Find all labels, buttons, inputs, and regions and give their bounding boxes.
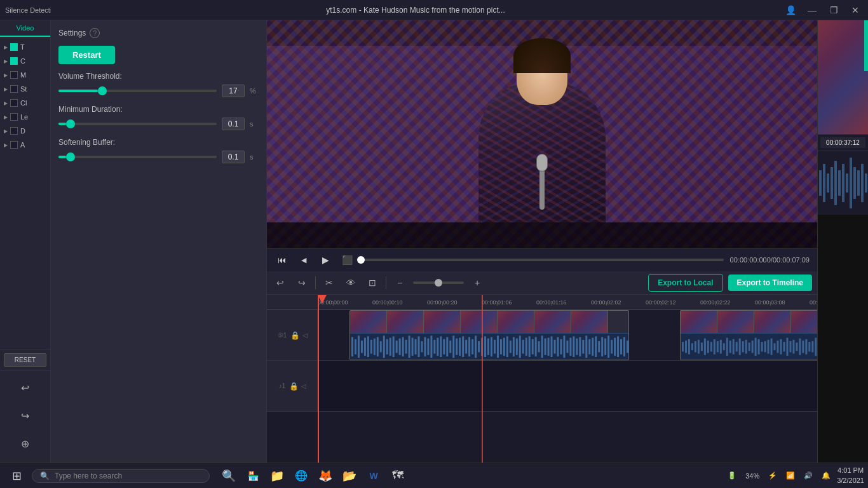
taskbar-maps-app[interactable]: 🗺 xyxy=(386,464,409,487)
taskbar-folder-app[interactable]: 📂 xyxy=(338,464,361,487)
svg-rect-50 xyxy=(506,336,508,357)
sidebar-item-5[interactable]: ▶ Le xyxy=(0,110,50,124)
taskbar-store-app[interactable]: 🏪 xyxy=(241,464,264,487)
svg-rect-109 xyxy=(742,341,744,352)
check-box[interactable] xyxy=(10,113,18,121)
softening-buffer-slider[interactable] xyxy=(58,156,217,158)
mute-icon[interactable]: ◁ xyxy=(302,332,308,339)
check-box[interactable] xyxy=(10,127,18,135)
check-box[interactable] xyxy=(10,57,18,65)
export-local-button[interactable]: Export to Local xyxy=(648,274,722,292)
start-button[interactable]: ⊞ xyxy=(4,466,29,486)
video-bottom-bar xyxy=(267,222,817,248)
cut-btn[interactable]: ✂ xyxy=(321,274,337,291)
zoom-slider[interactable] xyxy=(413,281,464,284)
check-box[interactable] xyxy=(10,141,18,149)
svg-rect-66 xyxy=(557,337,559,356)
softening-slider-thumb[interactable] xyxy=(66,152,75,161)
taskbar-explorer-app[interactable]: 📁 xyxy=(266,464,288,487)
undo-btn[interactable]: ↩ xyxy=(272,274,288,291)
add-icon-btn[interactable]: ⊕ xyxy=(14,432,37,455)
track-number: ⑤1 xyxy=(276,330,288,340)
softening-unit: s xyxy=(250,153,259,161)
zoom-out-btn[interactable]: − xyxy=(391,274,408,291)
audio-mute-icon[interactable]: ◁ xyxy=(301,383,306,390)
restart-button[interactable]: Restart xyxy=(58,46,115,64)
stop-btn[interactable]: ⬛ xyxy=(339,252,355,268)
sidebar-item-0[interactable]: ▶ T xyxy=(0,40,50,54)
thumb-11 xyxy=(791,311,817,333)
arrow-icon: ▶ xyxy=(4,58,8,64)
app-title: Silence Detection xyxy=(5,6,51,14)
sidebar-tab-video[interactable]: Video xyxy=(0,20,50,37)
eye-btn[interactable]: 👁 xyxy=(342,274,359,291)
taskbar-chrome-app[interactable]: 🌐 xyxy=(290,464,313,487)
sidebar-item-4[interactable]: ▶ Cl xyxy=(0,96,50,110)
min-slider-thumb[interactable] xyxy=(66,119,75,128)
arrow-icon: ▶ xyxy=(4,72,8,78)
softening-buffer-input[interactable] xyxy=(222,151,245,163)
svg-rect-5 xyxy=(364,337,366,355)
taskbar-search-app[interactable]: 🔍 xyxy=(217,464,240,487)
svg-rect-96 xyxy=(701,342,703,351)
playhead-current xyxy=(482,295,483,478)
user-icon-btn[interactable]: 👤 xyxy=(780,0,801,20)
zoom-thumb[interactable] xyxy=(435,279,442,287)
svg-rect-40 xyxy=(475,336,477,358)
video-clip-2[interactable] xyxy=(680,310,817,360)
ruler-track: 00:00:00:00 00:00:00:10 00:00:00:20 00:0… xyxy=(318,295,817,309)
ruler-mark-7: 00:00:02:22 xyxy=(700,299,731,306)
gap-between-clips xyxy=(629,310,680,360)
redo-icon-btn[interactable]: ↪ xyxy=(14,404,37,427)
check-box[interactable] xyxy=(10,43,18,51)
zoom-in-btn[interactable]: + xyxy=(469,274,485,291)
taskbar-firefox-app[interactable]: 🦊 xyxy=(314,464,337,487)
taskbar-word-app[interactable]: W xyxy=(362,464,385,487)
svg-rect-58 xyxy=(532,339,534,354)
volume-threshold-input[interactable] xyxy=(222,85,245,97)
video-clip-1[interactable] xyxy=(349,310,629,360)
svg-rect-237 xyxy=(842,164,844,202)
sidebar-item-7[interactable]: ▶ A xyxy=(0,138,50,152)
audio-lock-icon[interactable]: 🔒 xyxy=(289,382,299,391)
check-box[interactable] xyxy=(10,85,18,93)
notification-icon[interactable]: 🔔 xyxy=(819,470,833,481)
svg-rect-105 xyxy=(729,341,731,353)
sidebar-item-2[interactable]: ▶ M xyxy=(0,68,50,82)
svg-rect-118 xyxy=(771,338,773,355)
lock-icon[interactable]: 🔒 xyxy=(290,331,300,340)
volume-threshold-slider[interactable] xyxy=(58,90,217,92)
video-frame xyxy=(267,20,817,248)
minimize-btn[interactable]: — xyxy=(802,0,822,20)
copy-region-btn[interactable]: ⊡ xyxy=(364,274,381,291)
sidebar-item-1[interactable]: ▶ C xyxy=(0,54,50,68)
search-bar[interactable]: 🔍 Type here to search xyxy=(32,469,210,483)
min-duration-slider[interactable] xyxy=(58,123,217,125)
undo-icon-btn[interactable]: ↩ xyxy=(14,376,37,399)
svg-rect-7 xyxy=(370,339,372,353)
clock-date: 3/2/2021 xyxy=(837,476,864,485)
check-box[interactable] xyxy=(10,99,18,107)
close-btn[interactable]: ✕ xyxy=(845,0,865,20)
reset-button[interactable]: RESET xyxy=(4,353,46,367)
play-btn[interactable]: ▶ xyxy=(318,252,333,268)
timeline-tracks: ⑤1 🔒 ◁ xyxy=(267,310,817,478)
sidebar-item-6[interactable]: ▶ D xyxy=(0,124,50,138)
min-duration-input[interactable] xyxy=(222,118,245,130)
help-icon[interactable]: ? xyxy=(90,28,100,38)
volume-threshold-slider-row: % xyxy=(58,85,259,97)
clip-waveform-2 xyxy=(681,333,817,360)
check-box[interactable] xyxy=(10,71,18,79)
svg-rect-76 xyxy=(588,339,590,354)
prev-btn[interactable]: ◀ xyxy=(296,252,311,268)
playback-progress[interactable] xyxy=(361,259,724,261)
volume-slider-thumb[interactable] xyxy=(98,86,107,95)
thumb-3 xyxy=(424,311,461,333)
svg-rect-126 xyxy=(796,342,797,351)
redo-btn[interactable]: ↪ xyxy=(294,274,310,291)
export-timeline-button[interactable]: Export to Timeline xyxy=(728,274,812,291)
sidebar-item-3[interactable]: ▶ St xyxy=(0,82,50,96)
restore-btn[interactable]: ❐ xyxy=(824,0,844,20)
prev-frame-btn[interactable]: ⏮ xyxy=(275,252,290,268)
progress-thumb[interactable] xyxy=(357,256,365,264)
